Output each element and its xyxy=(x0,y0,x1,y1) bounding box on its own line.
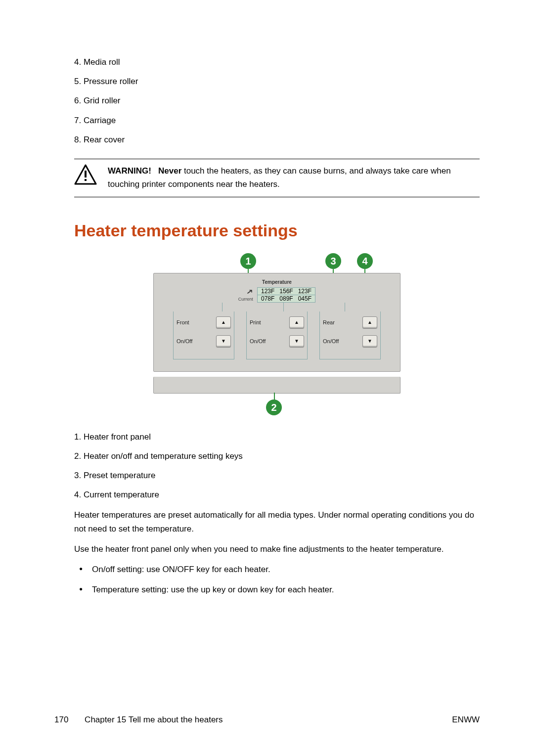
onoff-label: On/Off xyxy=(177,337,192,346)
down-key[interactable]: ▼ xyxy=(289,335,304,347)
up-key[interactable]: ▲ xyxy=(289,316,304,328)
current-front: 078F xyxy=(260,295,276,302)
callout-4: 4 xyxy=(357,253,373,269)
divider xyxy=(74,197,480,197)
heater-col-front: Front ▲ On/Off ▼ xyxy=(173,311,234,359)
footer-right: ENWW xyxy=(452,713,480,726)
onoff-label: On/Off xyxy=(250,337,266,346)
heater-name: Print xyxy=(250,318,261,327)
page-footer: 170 Chapter 15 Tell me about the heaters… xyxy=(54,713,480,726)
callout-2: 2 xyxy=(266,400,282,415)
page-number: 170 xyxy=(54,715,68,724)
panel-bottom-strip xyxy=(153,377,400,394)
list-item: 4. Media roll xyxy=(74,55,480,69)
list-item: 5. Pressure roller xyxy=(74,75,480,88)
down-key[interactable]: ▼ xyxy=(216,335,231,347)
current-label: Current xyxy=(238,289,253,302)
list-item: On/off setting: use ON/OFF key for each … xyxy=(74,563,480,576)
list-item: 1. Heater front panel xyxy=(74,430,480,444)
list-item: 6. Grid roller xyxy=(74,94,480,107)
arrow-icon xyxy=(245,289,253,297)
list-item: 7. Carriage xyxy=(74,114,480,127)
up-key[interactable]: ▲ xyxy=(362,316,377,328)
warning-never: Never xyxy=(158,166,181,176)
list-item: 4. Current temperature xyxy=(74,488,480,501)
onoff-label: On/Off xyxy=(323,337,339,346)
paragraph: Use the heater front panel only when you… xyxy=(74,542,480,556)
paragraph: Heater temperatures are preset automatic… xyxy=(74,508,480,535)
current-rear: 045F xyxy=(296,295,313,302)
list-item: Temperature setting: use the up key or d… xyxy=(74,583,480,596)
section-heading: Heater temperature settings xyxy=(74,217,480,244)
up-key[interactable]: ▲ xyxy=(216,316,231,328)
divider xyxy=(74,159,480,159)
bullet-list: On/off setting: use ON/OFF key for each … xyxy=(74,563,480,596)
temperature-title: Temperature xyxy=(161,278,393,286)
preset-rear: 123F xyxy=(296,288,313,295)
warning-row: WARNING! Never touch the heaters, as the… xyxy=(74,162,480,194)
list-item: 8. Rear cover xyxy=(74,133,480,146)
warning-text: WARNING! Never touch the heaters, as the… xyxy=(108,164,480,191)
svg-rect-2 xyxy=(85,179,87,181)
heater-col-rear: Rear ▲ On/Off ▼ xyxy=(319,311,381,359)
preset-print: 156F xyxy=(278,288,295,295)
list-item: 2. Heater on/off and temperature setting… xyxy=(74,449,480,463)
down-key[interactable]: ▼ xyxy=(362,335,377,347)
heater-figure: 1 3 4 Temperature Current xyxy=(153,253,400,415)
heater-name: Front xyxy=(177,318,189,327)
svg-rect-1 xyxy=(85,171,87,178)
current-print: 089F xyxy=(278,295,295,302)
list-item: 3. Preset temperature xyxy=(74,469,480,482)
preset-front: 123F xyxy=(260,288,276,295)
figure-legend-list: 1. Heater front panel 2. Heater on/off a… xyxy=(74,430,480,502)
heater-name: Rear xyxy=(323,318,335,327)
heater-panel: Temperature Current 123F 156F 123F xyxy=(153,273,400,372)
callout-1: 1 xyxy=(240,253,256,269)
warning-label: WARNING! xyxy=(108,166,151,176)
temperature-box: 123F 156F 123F 078F 089F 045F xyxy=(257,287,316,303)
top-numbered-list: 4. Media roll 5. Pressure roller 6. Grid… xyxy=(74,55,480,146)
heater-col-print: Print ▲ On/Off ▼ xyxy=(246,311,308,359)
warning-icon xyxy=(74,164,97,189)
chapter-label: Chapter 15 Tell me about the heaters xyxy=(85,715,222,724)
callout-3: 3 xyxy=(325,253,341,269)
